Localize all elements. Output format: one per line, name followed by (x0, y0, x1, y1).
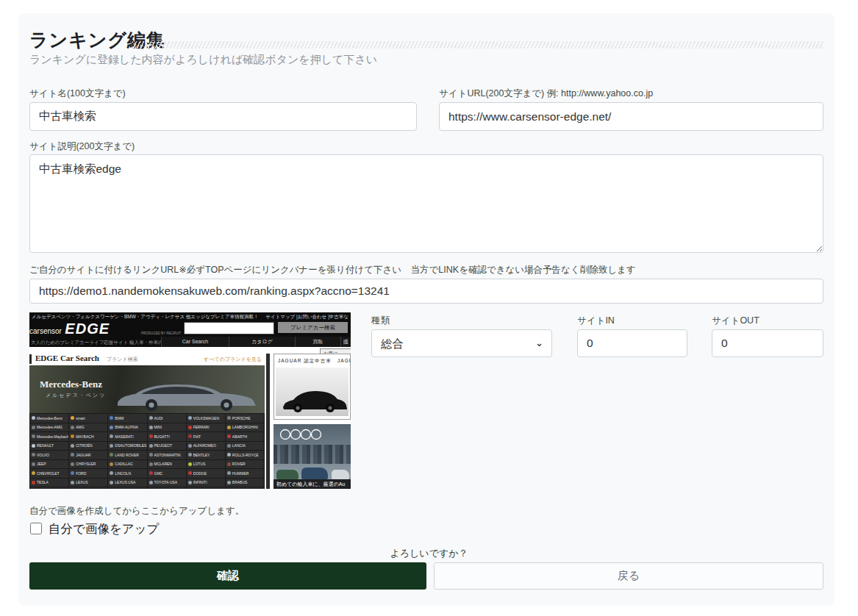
site-url-input[interactable] (439, 102, 823, 131)
brand-name: BENTLEY (193, 453, 210, 457)
banner-brand-cell: PEUGEOT (148, 442, 186, 451)
banner-brand-cell: LEXUS (69, 479, 107, 487)
brand-name: Mercedes-Benz (37, 416, 62, 420)
brand-logo-icon (227, 453, 231, 456)
brand-logo-icon (149, 462, 153, 466)
banner-search-button: プレミアカー検索 (278, 322, 348, 333)
banner-brand-cell: AUDI (148, 414, 186, 423)
banner-brand-cell: MAYBACH (69, 432, 107, 441)
brand-name: LINCOLN (115, 471, 131, 476)
site-name-input[interactable] (29, 102, 417, 131)
audi-ad-caption: 初めての輸入車に、厳選のAu (274, 479, 351, 489)
brand-name: FORD (76, 471, 86, 476)
brand-logo-icon (188, 434, 192, 438)
brand-logo-icon (149, 426, 153, 429)
banner-brand-cell: BUGATTI (148, 432, 186, 441)
sedan-car-illustration (109, 373, 263, 412)
banner-nav: Car Searchカタログ買取販 (161, 337, 351, 347)
brand-name: BMW-ALPINA (115, 425, 138, 429)
brand-logo-icon (188, 453, 192, 456)
site-out-input[interactable] (712, 329, 823, 357)
brand-logo-icon (227, 444, 231, 448)
brand-name: LAND ROVER (115, 453, 139, 457)
brand-name: BMW (115, 416, 124, 420)
brand-name: RENAULT (37, 443, 54, 448)
brand-name: VOLKSWAGEN (193, 416, 219, 420)
banner-brand-cell: BRABUS (226, 479, 264, 487)
banner-crop-edge (266, 354, 270, 489)
brand-name: BUGATTI (154, 434, 170, 439)
brand-name: ALFAROMEO (193, 443, 216, 448)
brand-logo-icon (32, 444, 35, 448)
banner-brand-cell: VOLKSWAGEN (187, 414, 225, 423)
brand-name: ROVER (232, 462, 246, 466)
brand-logo-icon (149, 416, 153, 420)
brand-logo-icon (32, 434, 35, 438)
brand-logo-icon (71, 416, 74, 420)
brand-logo-icon (71, 471, 74, 475)
banner-all-brands-link: すべてのブランドを見る (204, 356, 262, 363)
confirm-button[interactable]: 確認 (29, 562, 426, 590)
banner-brand-cell: VOLVO (30, 451, 68, 459)
brand-name: INFINITI (193, 480, 207, 484)
brand-logo-icon (188, 444, 192, 448)
banner-hero-title: Mercedes-Benz (40, 379, 102, 390)
brand-name: TOYOTA USA (154, 480, 178, 484)
brand-name: DODGE (193, 471, 207, 476)
brand-logo-icon (110, 426, 113, 429)
site-out-label: サイトOUT (712, 315, 759, 327)
banner-brand-cell: JAGUAR (69, 451, 107, 459)
brand-logo-icon (149, 444, 153, 448)
site-url-label: サイトURL(200文字まで) 例: http://www.yahoo.co.j… (439, 87, 653, 100)
banner-jaguar-ad: JAGUAR 認定中古車 JAGU (274, 354, 351, 420)
banner-brand-cell: ROLLS-ROYCE (226, 451, 264, 459)
brand-logo-icon (227, 416, 231, 420)
banner-brand-cell: MCLAREN (148, 460, 186, 469)
banner-brand-cell: LINCOLN (108, 469, 146, 478)
category-label: 種類 (371, 315, 390, 327)
banner-brand-cell: CHEVROLET (30, 469, 68, 478)
banner-brand-cell: CITROËN (69, 442, 107, 451)
carsensor-edge-logo: carsensor EDGE (29, 320, 110, 337)
brand-logo-icon (71, 462, 74, 466)
link-url-label: ご自分のサイトに付けるリンクURL※必ずTOPページにリンクバナーを張り付けて下… (29, 264, 636, 276)
brand-logo-icon (32, 462, 35, 466)
brand-logo-icon (188, 416, 192, 420)
upload-image-checkbox[interactable] (30, 523, 42, 534)
brand-logo-icon (32, 426, 35, 429)
brand-logo-icon (71, 434, 74, 438)
banner-brand-cell: ASTONMARTIN (148, 451, 186, 459)
brand-name: FERRARI (193, 425, 210, 429)
brand-name: LEXUS USA (115, 480, 135, 484)
banner-hero-subtitle: メルセデス・ベンツ (46, 392, 106, 399)
banner-brand-cell: TESLA (30, 479, 68, 487)
banner-brand-cell: Mercedes-Benz (30, 487, 68, 489)
brand-name: JAGUAR (76, 453, 90, 457)
brand-name: PEUGEOT (154, 443, 172, 448)
banner-brand-cell: BMW (108, 487, 146, 489)
site-in-input[interactable] (577, 329, 687, 357)
back-button[interactable]: 戻る (434, 562, 823, 590)
site-description-textarea[interactable]: 中古車検索edge (29, 154, 823, 253)
brand-logo-icon (110, 416, 113, 420)
audi-rings-icon (279, 429, 322, 440)
audi-ad-cars (274, 462, 351, 479)
brand-name: GMC (154, 471, 163, 476)
banner-search-input (184, 322, 274, 334)
banner-brand-cell: LAMBORGHINI (226, 423, 264, 432)
brand-logo-icon (227, 434, 231, 438)
brand-logo-icon (227, 462, 231, 466)
brand-name: HUMMER (232, 471, 249, 476)
brand-name: ROLLS-ROYCE (232, 453, 259, 457)
category-select[interactable]: 総合 (371, 329, 552, 357)
brand-name: MAYBACH (76, 434, 93, 439)
brand-logo-icon (110, 481, 113, 484)
banner-brand-cell: LOTUS (187, 460, 225, 469)
brand-name: LANCIA (232, 443, 246, 448)
link-url-input[interactable] (29, 279, 823, 304)
brand-name: FIAT (193, 434, 201, 439)
brand-logo-icon (149, 471, 153, 475)
brand-name: JEEP (37, 462, 46, 466)
brand-name: LEXUS (76, 480, 87, 484)
banner-brand-cell: FIAT (187, 432, 225, 441)
